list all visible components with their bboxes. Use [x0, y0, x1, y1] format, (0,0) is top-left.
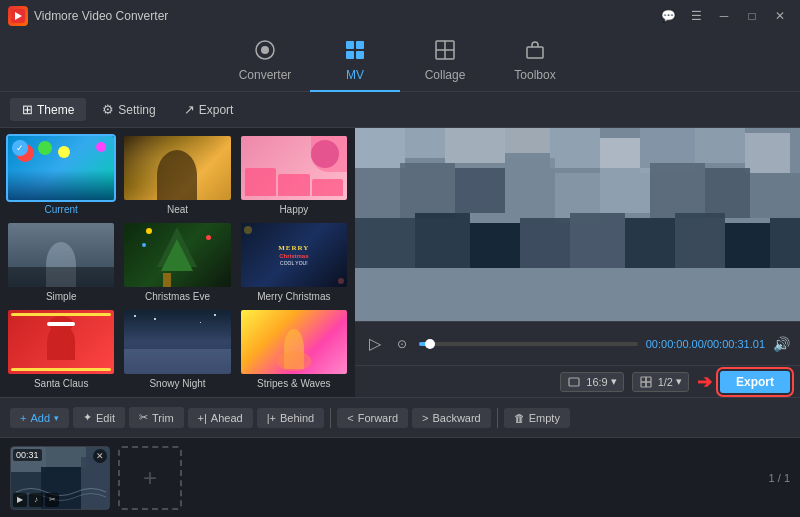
minimize-btn[interactable]: ─: [712, 6, 736, 26]
behind-button[interactable]: |+ Behind: [257, 408, 325, 428]
progress-bar[interactable]: [419, 342, 638, 346]
svg-rect-20: [695, 128, 745, 163]
close-btn[interactable]: ✕: [768, 6, 792, 26]
svg-rect-30: [750, 173, 800, 218]
edit-button[interactable]: ✦ Edit: [73, 407, 125, 428]
preview-area: [355, 128, 800, 321]
bottom-toolbar: + Add ▾ ✦ Edit ✂ Trim +| Ahead |+ Behind…: [0, 397, 800, 437]
forward-icon: <: [347, 412, 353, 424]
timeline-play-icon[interactable]: ▶: [13, 493, 27, 507]
theme-snowy-night-label: Snowy Night: [122, 378, 232, 389]
svg-rect-41: [641, 377, 646, 382]
timeline-add-btn[interactable]: +: [118, 446, 182, 510]
svg-rect-17: [550, 128, 600, 168]
svg-rect-18: [600, 138, 640, 168]
svg-rect-36: [625, 218, 675, 268]
tab-converter[interactable]: Converter: [220, 32, 310, 92]
tab-toolbox[interactable]: Toolbox: [490, 32, 580, 92]
tab-toolbox-label: Toolbox: [514, 68, 555, 82]
message-btn[interactable]: 💬: [656, 6, 680, 26]
tab-collage[interactable]: Collage: [400, 32, 490, 92]
sub-tab-setting-label: Setting: [118, 103, 155, 117]
ahead-button[interactable]: +| Ahead: [188, 408, 253, 428]
page-indicator: 1 / 1: [769, 472, 790, 484]
svg-rect-13: [355, 128, 405, 168]
export-button[interactable]: Export: [720, 371, 790, 393]
trim-button[interactable]: ✂ Trim: [129, 407, 184, 428]
preview-canvas: [355, 128, 800, 321]
sub-tab-export[interactable]: ↗ Export: [172, 98, 246, 121]
timeline-area: 00:31 ✕ ▶ ♪ ✂ + 1 / 1: [0, 437, 800, 517]
timeline-volume-icon[interactable]: ♪: [29, 493, 43, 507]
play-button[interactable]: ▷: [365, 332, 385, 355]
volume-icon[interactable]: 🔊: [773, 336, 790, 352]
theme-merry-christmas[interactable]: MERRY Christmas COOL YOU! Merry Christma…: [239, 221, 349, 302]
time-display: 00:00:00.00/00:00:31.01: [646, 338, 765, 350]
toolbox-icon: [524, 39, 546, 66]
tab-mv[interactable]: MV: [310, 32, 400, 92]
mv-icon: [344, 39, 366, 66]
left-panel: ✓ Current Neat: [0, 128, 355, 397]
scale-value: 1/2: [658, 376, 673, 388]
svg-rect-40: [569, 378, 579, 386]
behind-icon: |+: [267, 412, 276, 424]
svg-rect-11: [527, 47, 543, 58]
add-chevron-icon: ▾: [54, 413, 59, 423]
theme-current[interactable]: ✓ Current: [6, 134, 116, 215]
app-title: Vidmore Video Converter: [34, 9, 168, 23]
svg-rect-33: [470, 223, 520, 268]
svg-rect-24: [455, 168, 505, 213]
theme-grid: ✓ Current Neat: [6, 134, 349, 389]
theme-neat[interactable]: Neat: [122, 134, 232, 215]
empty-button[interactable]: 🗑 Empty: [504, 408, 570, 428]
aspect-ratio-select[interactable]: 16:9 ▾: [560, 372, 623, 392]
add-button[interactable]: + Add ▾: [10, 408, 69, 428]
theme-santa-claus[interactable]: Santa Claus: [6, 308, 116, 389]
backward-label: Backward: [432, 412, 480, 424]
svg-rect-37: [675, 213, 725, 268]
svg-rect-4: [346, 41, 354, 49]
svg-rect-27: [600, 168, 650, 213]
svg-rect-6: [346, 51, 354, 59]
backward-button[interactable]: > Backward: [412, 408, 491, 428]
timeline-cut-icon[interactable]: ✂: [45, 493, 59, 507]
svg-rect-31: [355, 218, 415, 268]
stop-button[interactable]: ⊙: [393, 335, 411, 353]
svg-rect-22: [355, 168, 400, 218]
theme-happy[interactable]: Happy: [239, 134, 349, 215]
timeline-close-btn[interactable]: ✕: [93, 449, 107, 463]
check-badge: ✓: [12, 140, 28, 156]
forward-button[interactable]: < Forward: [337, 408, 408, 428]
svg-rect-14: [405, 128, 445, 158]
theme-neat-label: Neat: [122, 204, 232, 215]
timeline-duration: 00:31: [13, 449, 42, 461]
svg-rect-32: [415, 213, 470, 268]
sub-tab-setting[interactable]: ⚙ Setting: [90, 98, 167, 121]
sub-tab-theme[interactable]: ⊞ Theme: [10, 98, 86, 121]
theme-christmas-eve-label: Christmas Eve: [122, 291, 232, 302]
export-row: 16:9 ▾ 1/2 ▾ ➔ Export: [355, 365, 800, 397]
theme-current-label: Current: [6, 204, 116, 215]
theme-simple[interactable]: Simple: [6, 221, 116, 302]
timeline-item: 00:31 ✕ ▶ ♪ ✂: [10, 446, 110, 510]
theme-snowy-night[interactable]: Snowy Night: [122, 308, 232, 389]
add-label: Add: [30, 412, 50, 424]
menu-btn[interactable]: ☰: [684, 6, 708, 26]
backward-icon: >: [422, 412, 428, 424]
scale-select[interactable]: 1/2 ▾: [632, 372, 689, 392]
theme-christmas-eve[interactable]: Christmas Eve: [122, 221, 232, 302]
empty-label: Empty: [529, 412, 560, 424]
svg-point-3: [261, 46, 269, 54]
sub-toolbar: ⊞ Theme ⚙ Setting ↗ Export: [0, 92, 800, 128]
svg-rect-44: [646, 382, 651, 387]
maximize-btn[interactable]: □: [740, 6, 764, 26]
theme-merry-christmas-label: Merry Christmas: [239, 291, 349, 302]
export-arrow-icon: ↗: [184, 102, 195, 117]
trash-icon: 🗑: [514, 412, 525, 424]
svg-rect-29: [705, 168, 750, 218]
svg-rect-38: [725, 223, 770, 268]
theme-stripes-waves-label: Stripes & Waves: [239, 378, 349, 389]
main-content: ✓ Current Neat: [0, 128, 800, 397]
ahead-label: Ahead: [211, 412, 243, 424]
theme-stripes-waves[interactable]: Stripes & Waves: [239, 308, 349, 389]
